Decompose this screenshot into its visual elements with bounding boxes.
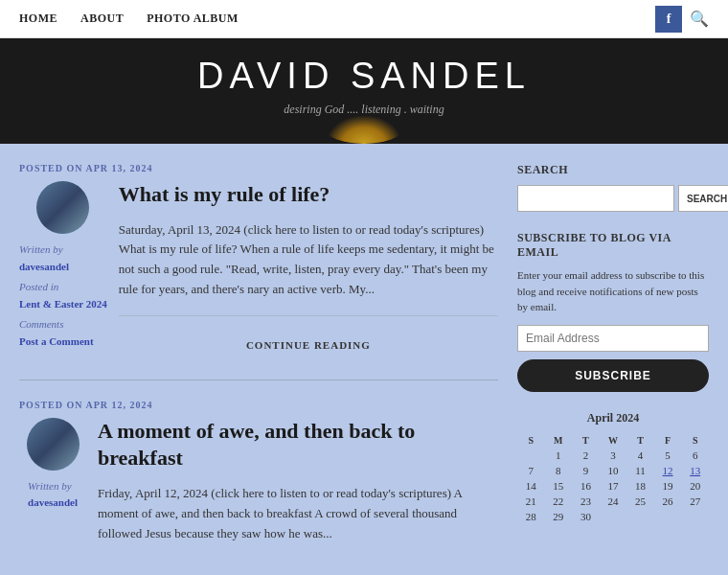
search-button[interactable]: SEARCH	[678, 185, 728, 212]
comments-label: Comments	[19, 318, 63, 330]
avatar-image-2	[27, 418, 80, 471]
post-2-body: A moment of awe, and then back to breakf…	[98, 418, 498, 560]
post-1-meta: Written by davesandel Posted in Lent & E…	[19, 242, 107, 351]
cal-cell-1-3: 10	[600, 463, 627, 478]
post-1-date: POSTED ON APR 13, 2024	[19, 163, 498, 173]
calendar-week-4: 282930	[517, 509, 709, 524]
posted-in-label: Posted in	[19, 281, 58, 292]
hero-light-decoration	[326, 115, 402, 144]
post-1-sidebar: Written by davesandel Posted in Lent & E…	[19, 181, 107, 360]
calendar-week-0: 123456	[517, 448, 709, 463]
nav-about[interactable]: ABOUT	[80, 12, 124, 26]
cal-cell-2-0: 14	[517, 478, 545, 494]
cal-cell-4-5	[654, 509, 682, 524]
email-input[interactable]	[517, 325, 709, 352]
post-2-avatar	[27, 418, 80, 471]
avatar-image	[36, 181, 89, 234]
post-2-title[interactable]: A moment of awe, and then back to breakf…	[98, 418, 498, 472]
cal-cell-4-0: 28	[517, 509, 545, 524]
subscribe-section: SUBSCRIBE TO BLOG VIA EMAIL Enter your e…	[517, 231, 709, 392]
cal-cell-2-4: 18	[626, 478, 654, 494]
cal-cell-3-6: 27	[681, 494, 709, 509]
post-1-excerpt: Saturday, April 13, 2024 (click here to …	[119, 220, 498, 300]
post-1-author[interactable]: davesandel	[19, 261, 69, 272]
written-by-label: Written by	[19, 243, 63, 255]
cal-cell-0-3: 3	[600, 448, 627, 463]
cal-day-t1: T	[572, 433, 600, 448]
cal-cell-2-2: 16	[572, 478, 600, 494]
cal-cell-3-5: 26	[654, 494, 682, 509]
post-1: POSTED ON APR 13, 2024 Written by davesa…	[19, 163, 498, 360]
cal-cell-4-1: 29	[545, 509, 573, 524]
cal-cell-0-4: 4	[626, 448, 654, 463]
main-container: POSTED ON APR 13, 2024 Written by davesa…	[0, 144, 728, 575]
calendar-week-1: 78910111213	[517, 463, 709, 478]
calendar-header-row: S M T W T F S	[517, 433, 709, 448]
subscribe-description: Enter your email address to subscribe to…	[517, 267, 709, 315]
cal-cell-1-5[interactable]: 12	[654, 463, 682, 478]
cal-cell-0-6: 6	[681, 448, 709, 463]
subscribe-button[interactable]: SUBSCRIBE	[517, 359, 709, 392]
calendar-week-2: 14151617181920	[517, 478, 709, 494]
search-section: Search SEARCH	[517, 163, 709, 212]
cal-day-s1: S	[517, 433, 545, 448]
cal-cell-1-0: 7	[517, 463, 545, 478]
cal-day-w: W	[600, 433, 627, 448]
nav-photo-album[interactable]: PHOTO ALBUM	[147, 12, 239, 26]
nav-icons: f 🔍	[655, 6, 709, 33]
cal-cell-1-6[interactable]: 13	[681, 463, 709, 478]
continue-reading-link-1[interactable]: CONTINUE READING	[246, 339, 371, 351]
post-1-comment-link[interactable]: Post a Comment	[19, 335, 94, 347]
cal-cell-3-4: 25	[626, 494, 654, 509]
post-2: POSTED ON APR 12, 2024 Written by davesa…	[19, 400, 498, 560]
search-input[interactable]	[517, 185, 674, 212]
post-2-excerpt: Friday, April 12, 2024 (click here to li…	[98, 484, 498, 543]
search-icon[interactable]: 🔍	[690, 10, 709, 28]
cal-cell-3-2: 23	[572, 494, 600, 509]
post-1-body: What is my rule of life? Saturday, April…	[119, 181, 498, 360]
continue-reading-1: CONTINUE READING	[119, 328, 498, 360]
nav-home[interactable]: HOME	[19, 12, 57, 26]
calendar-grid: S M T W T F S 12345678910111213141516171…	[517, 433, 709, 524]
calendar-week-3: 21222324252627	[517, 494, 709, 509]
cal-day-t2: T	[626, 433, 654, 448]
cal-link-13[interactable]: 13	[690, 465, 700, 476]
cal-cell-0-2: 2	[572, 448, 600, 463]
post-2-date: POSTED ON APR 12, 2024	[19, 400, 498, 410]
cal-link-12[interactable]: 12	[663, 465, 673, 476]
cal-cell-2-3: 17	[600, 478, 627, 494]
sidebar: Search SEARCH SUBSCRIBE TO BLOG VIA EMAI…	[517, 163, 709, 575]
post-1-category[interactable]: Lent & Easter 2024	[19, 298, 107, 310]
facebook-icon[interactable]: f	[655, 6, 682, 33]
navigation: HOME ABOUT PHOTO ALBUM f 🔍	[0, 0, 728, 38]
cal-cell-1-1: 8	[545, 463, 573, 478]
cal-cell-3-1: 22	[545, 494, 573, 509]
post-2-layout: Written by davesandel A moment of awe, a…	[19, 418, 498, 560]
nav-links: HOME ABOUT PHOTO ALBUM	[19, 12, 655, 26]
cal-cell-0-5: 5	[654, 448, 682, 463]
written-by-label-2: Written by	[28, 480, 72, 492]
hero-title: DAVID SANDEL	[197, 56, 531, 97]
post-separator	[19, 380, 498, 380]
post-divider	[119, 315, 498, 316]
cal-cell-3-3: 24	[600, 494, 627, 509]
search-title: Search	[517, 163, 709, 177]
post-2-meta: Written by davesandel	[28, 478, 78, 512]
cal-cell-4-2: 30	[572, 509, 600, 524]
post-1-layout: Written by davesandel Posted in Lent & E…	[19, 181, 498, 360]
cal-day-m: M	[545, 433, 573, 448]
cal-cell-2-6: 20	[681, 478, 709, 494]
post-2-author[interactable]: davesandel	[28, 496, 78, 508]
post-1-title[interactable]: What is my rule of life?	[119, 181, 498, 209]
cal-cell-0-0	[517, 448, 545, 463]
search-row: SEARCH	[517, 185, 709, 212]
calendar-body: 1234567891011121314151617181920212223242…	[517, 448, 709, 524]
post-1-avatar	[36, 181, 89, 234]
content-area: POSTED ON APR 13, 2024 Written by davesa…	[19, 163, 498, 575]
cal-cell-0-1: 1	[545, 448, 573, 463]
cal-day-f: F	[654, 433, 682, 448]
cal-cell-2-5: 19	[654, 478, 682, 494]
cal-cell-1-4: 11	[626, 463, 654, 478]
calendar-title: April 2024	[517, 411, 709, 426]
cal-cell-3-0: 21	[517, 494, 545, 509]
